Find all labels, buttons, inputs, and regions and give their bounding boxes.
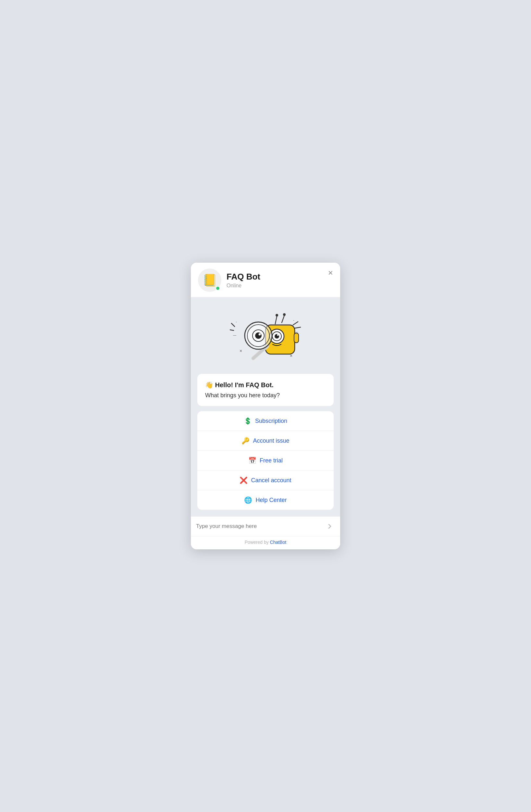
svg-point-18 — [277, 334, 279, 336]
option-help-center[interactable]: 🌐 Help Center — [197, 490, 334, 510]
bot-illustration: · · × × — — — [191, 298, 340, 369]
bot-status: Online — [226, 283, 333, 289]
svg-point-11 — [276, 314, 278, 317]
powered-by-footer: Powered by ChatBot — [191, 536, 340, 549]
bot-svg: · · × × — — — [230, 307, 301, 365]
message-bubble: 👋 Hello! I'm FAQ Bot. What brings you he… — [197, 374, 334, 406]
header-info: FAQ Bot Online — [226, 272, 333, 288]
option-free-trial-label: Free trial — [260, 457, 283, 464]
svg-rect-19 — [294, 333, 298, 343]
online-indicator — [215, 286, 220, 291]
svg-line-8 — [232, 323, 235, 327]
option-subscription-label: Subscription — [255, 418, 287, 424]
option-account-issue-label: Account issue — [253, 437, 289, 444]
send-icon — [326, 522, 334, 530]
message-input[interactable] — [196, 523, 321, 530]
question-text: What brings you here today? — [205, 392, 326, 399]
svg-text:—: — — [233, 333, 236, 337]
close-button[interactable]: × — [327, 267, 334, 278]
bot-avatar: 📒 — [198, 269, 221, 292]
help-center-icon: 🌐 — [244, 496, 252, 504]
option-free-trial[interactable]: 📅 Free trial — [197, 451, 334, 470]
svg-line-12 — [282, 316, 284, 323]
svg-text:·: · — [236, 319, 237, 324]
account-issue-icon: 🔑 — [241, 437, 250, 445]
cancel-account-icon: ❌ — [239, 476, 248, 484]
svg-line-10 — [275, 316, 277, 324]
chat-input-area — [191, 516, 340, 536]
svg-line-9 — [230, 330, 234, 331]
svg-text:×: × — [239, 348, 242, 353]
powered-by-text: Powered by — [245, 540, 269, 545]
svg-point-25 — [255, 332, 262, 339]
svg-line-7 — [295, 327, 301, 328]
chat-header: 📒 FAQ Bot Online × — [191, 263, 340, 298]
option-cancel-account[interactable]: ❌ Cancel account — [197, 470, 334, 490]
greeting-text: 👋 Hello! I'm FAQ Bot. — [205, 381, 326, 389]
chatbot-brand-link[interactable]: ChatBot — [270, 540, 287, 545]
option-help-center-label: Help Center — [255, 497, 287, 504]
bot-name: FAQ Bot — [226, 272, 333, 282]
option-cancel-account-label: Cancel account — [251, 477, 291, 484]
option-subscription[interactable]: 💲 Subscription — [197, 411, 334, 431]
bot-robot-image: · · × × — — — [230, 307, 301, 365]
svg-point-13 — [283, 313, 285, 316]
svg-text:·: · — [293, 318, 294, 323]
option-account-issue[interactable]: 🔑 Account issue — [197, 431, 334, 451]
chat-widget: 📒 FAQ Bot Online × · · × × — — — [191, 263, 340, 549]
subscription-icon: 💲 — [244, 417, 252, 425]
send-button[interactable] — [324, 521, 335, 532]
free-trial-icon: 📅 — [248, 456, 256, 464]
svg-point-26 — [259, 333, 261, 336]
options-list: 💲 Subscription 🔑 Account issue 📅 Free tr… — [197, 411, 334, 510]
avatar-emoji: 📒 — [202, 273, 217, 287]
chat-body: · · × × — — — [191, 298, 340, 516]
